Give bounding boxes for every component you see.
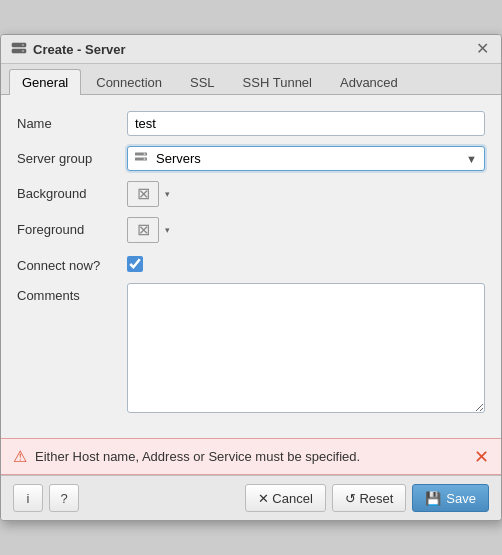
comments-control bbox=[127, 283, 485, 416]
background-picker-wrap: ⊠ ▾ bbox=[127, 181, 485, 207]
background-control: ⊠ ▾ bbox=[127, 181, 485, 207]
footer: i ? ✕ Cancel ↺ Reset 💾 Save bbox=[1, 475, 501, 520]
title-bar-left: Create - Server bbox=[11, 41, 126, 57]
foreground-dropdown-icon: ▾ bbox=[165, 225, 170, 235]
background-dropdown-icon: ▾ bbox=[165, 189, 170, 199]
dialog-title: Create - Server bbox=[33, 42, 126, 57]
background-x-icon: ⊠ bbox=[137, 186, 150, 202]
background-row: Background ⊠ ▾ bbox=[17, 181, 485, 207]
foreground-label: Foreground bbox=[17, 217, 127, 237]
help-button[interactable]: ? bbox=[49, 484, 79, 512]
tab-advanced[interactable]: Advanced bbox=[327, 69, 411, 95]
svg-point-2 bbox=[22, 44, 24, 46]
svg-point-3 bbox=[22, 50, 24, 52]
tab-ssl[interactable]: SSL bbox=[177, 69, 228, 95]
server-group-select[interactable]: Servers bbox=[127, 146, 485, 171]
connect-now-control bbox=[127, 253, 485, 272]
name-control bbox=[127, 111, 485, 136]
server-group-row: Server group Servers ▼ bbox=[17, 146, 485, 171]
reset-button[interactable]: ↺ Reset bbox=[332, 484, 407, 512]
background-label: Background bbox=[17, 181, 127, 201]
warning-icon: ⚠ bbox=[13, 447, 27, 466]
tab-ssh-tunnel[interactable]: SSH Tunnel bbox=[230, 69, 325, 95]
server-group-label: Server group bbox=[17, 146, 127, 166]
server-group-control: Servers ▼ bbox=[127, 146, 485, 171]
connect-now-checkbox-wrap bbox=[127, 253, 485, 272]
create-server-dialog: Create - Server ✕ General Connection SSL… bbox=[0, 34, 502, 521]
name-input[interactable] bbox=[127, 111, 485, 136]
close-button[interactable]: ✕ bbox=[474, 41, 491, 57]
background-color-button[interactable]: ⊠ bbox=[127, 181, 159, 207]
footer-left: i ? bbox=[13, 484, 79, 512]
comments-label: Comments bbox=[17, 283, 127, 303]
tab-connection[interactable]: Connection bbox=[83, 69, 175, 95]
form-content: Name Server group bbox=[1, 95, 501, 438]
error-close-button[interactable]: ✕ bbox=[474, 448, 489, 466]
connect-now-row: Connect now? bbox=[17, 253, 485, 273]
name-label: Name bbox=[17, 111, 127, 131]
save-disk-icon: 💾 bbox=[425, 491, 441, 506]
tab-general[interactable]: General bbox=[9, 69, 81, 95]
comments-textarea[interactable] bbox=[127, 283, 485, 413]
foreground-picker-wrap: ⊠ ▾ bbox=[127, 217, 485, 243]
comments-row: Comments bbox=[17, 283, 485, 416]
error-message: Either Host name, Address or Service mus… bbox=[35, 449, 360, 464]
tabs-bar: General Connection SSL SSH Tunnel Advanc… bbox=[1, 64, 501, 95]
foreground-control: ⊠ ▾ bbox=[127, 217, 485, 243]
foreground-x-icon: ⊠ bbox=[137, 222, 150, 238]
error-left: ⚠ Either Host name, Address or Service m… bbox=[13, 447, 360, 466]
name-row: Name bbox=[17, 111, 485, 136]
save-button[interactable]: 💾 Save bbox=[412, 484, 489, 512]
connect-now-label: Connect now? bbox=[17, 253, 127, 273]
connect-now-checkbox[interactable] bbox=[127, 256, 143, 272]
server-icon bbox=[11, 41, 27, 57]
foreground-color-button[interactable]: ⊠ bbox=[127, 217, 159, 243]
select-wrap: Servers ▼ bbox=[127, 146, 485, 171]
cancel-button[interactable]: ✕ Cancel bbox=[245, 484, 326, 512]
info-button[interactable]: i bbox=[13, 484, 43, 512]
foreground-row: Foreground ⊠ ▾ bbox=[17, 217, 485, 243]
footer-right: ✕ Cancel ↺ Reset 💾 Save bbox=[245, 484, 489, 512]
title-bar: Create - Server ✕ bbox=[1, 35, 501, 64]
error-bar: ⚠ Either Host name, Address or Service m… bbox=[1, 438, 501, 475]
save-label: Save bbox=[446, 491, 476, 506]
